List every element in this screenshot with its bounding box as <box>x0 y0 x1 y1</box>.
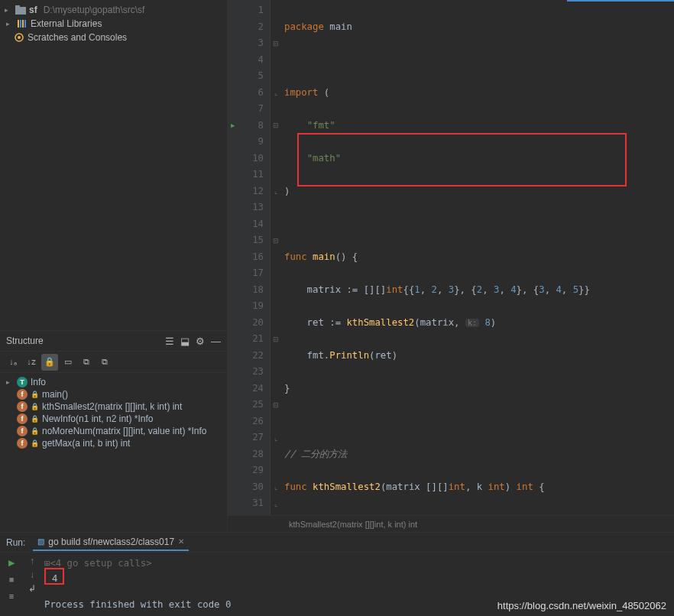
fold-column[interactable]: ⊟⌞ ⊟⌞ ⊟⊟ ⊟⌞ ⌞⌞ <box>271 0 281 515</box>
output-calls: <4 go setup calls> <box>50 558 151 569</box>
tree-root-name: sf <box>29 5 37 15</box>
split-icon[interactable]: ⬓ <box>180 336 190 347</box>
wrap-icon[interactable]: ↲ <box>28 583 36 594</box>
func-badge: f <box>17 438 28 449</box>
lock-icon: 🔒 <box>31 427 39 435</box>
func-badge: f <box>17 426 28 436</box>
func-badge: f <box>17 389 28 400</box>
tree-row-externals[interactable]: ▸ External Libraries <box>0 17 227 31</box>
go-icon: ▧ <box>37 537 44 546</box>
structure-item[interactable]: f 🔒 main() <box>0 388 227 400</box>
lock-icon: 🔒 <box>31 403 39 410</box>
structure-item[interactable]: f 🔒 getMax(a int, b int) int <box>0 437 227 449</box>
watermark: https://blog.csdn.net/weixin_48502062 <box>497 600 666 611</box>
scratches-icon <box>14 32 24 43</box>
run-label: Run: <box>6 537 25 548</box>
structure-item-label: NewInfo(n1 int, n2 int) *Info <box>42 413 153 424</box>
code-lines[interactable]: package main import ( "fmt" "math" ) fun… <box>281 0 674 515</box>
stop-icon[interactable]: ■ <box>4 572 19 586</box>
lock-icon: 🔒 <box>31 439 39 447</box>
run-tab[interactable]: ▧ go build sf/newclass2/class017 ✕ <box>33 534 189 551</box>
layout-icon[interactable]: ≡ <box>4 589 19 603</box>
run-gutter-icon[interactable]: ▶ <box>231 118 235 135</box>
lock-icon: 🔒 <box>31 415 39 423</box>
run-tab-label: go build sf/newclass2/class017 <box>48 537 174 547</box>
chevron-right-icon: ▸ <box>5 6 12 14</box>
type-badge: T <box>17 377 28 387</box>
svg-rect-2 <box>18 20 19 28</box>
code-editor[interactable]: 1234567 ▶8 9101112131415 16171819202122 … <box>228 0 674 515</box>
svg-rect-3 <box>20 20 21 28</box>
sort-za-icon[interactable]: ↓ᴢ <box>23 354 40 371</box>
up-icon[interactable]: ↑ <box>30 556 34 566</box>
structure-item-label: kthSmallest2(matrix [][]int, k int) int <box>42 401 182 412</box>
structure-item-label: main() <box>42 389 68 400</box>
filter-icon[interactable]: ⧉ <box>96 354 113 371</box>
sort-az-icon[interactable]: ↓ₐ <box>5 354 21 371</box>
overlap-icon[interactable]: ⧉ <box>78 354 95 371</box>
list-icon[interactable]: ☰ <box>165 336 174 347</box>
structure-item[interactable]: ▸ T Info <box>0 376 227 388</box>
line-gutter[interactable]: 1234567 ▶8 9101112131415 16171819202122 … <box>228 0 271 515</box>
svg-rect-1 <box>15 5 20 8</box>
down-icon[interactable]: ↓ <box>30 569 34 580</box>
lock-icon[interactable]: 🔒 <box>41 354 58 371</box>
close-icon[interactable]: ✕ <box>178 537 184 546</box>
tree-row-scratches[interactable]: Scratches and Consoles <box>0 31 227 44</box>
run-icon[interactable]: ▶ <box>4 556 19 569</box>
tree-externals-label: External Libraries <box>31 18 102 29</box>
folder-view-icon[interactable]: ▭ <box>60 354 76 371</box>
structure-item-label: Info <box>31 377 46 387</box>
minimize-icon[interactable]: — <box>211 336 221 347</box>
chevron-right-icon: ▸ <box>6 378 14 386</box>
breadcrumb[interactable]: kthSmallest2(matrix [][]int, k int) int <box>228 515 674 532</box>
structure-toolbar: ↓ₐ ↓ᴢ 🔒 ▭ ⧉ ⧉ <box>0 352 227 373</box>
func-badge: f <box>17 413 28 424</box>
run-nav: ↑ ↓ ↲ <box>23 553 41 616</box>
output-result: 4 <box>44 571 671 586</box>
lock-icon: 🔒 <box>31 391 39 398</box>
structure-item[interactable]: f 🔒 kthSmallest2(matrix [][]int, k int) … <box>0 400 227 413</box>
run-toolbar: ▶ ■ ≡ <box>0 553 23 616</box>
structure-item[interactable]: f 🔒 noMoreNum(matrix [][]int, value int)… <box>0 425 227 437</box>
tree-scratches-label: Scratches and Consoles <box>28 32 127 43</box>
tree-root-path: D:\mysetup\gopath\src\sf <box>44 5 145 15</box>
structure-item-label: getMax(a int, b int) int <box>42 438 130 449</box>
tree-row-root[interactable]: ▸ sf D:\mysetup\gopath\src\sf <box>0 3 227 17</box>
project-tree[interactable]: ▸ sf D:\mysetup\gopath\src\sf ▸ External… <box>0 0 227 330</box>
gear-icon[interactable]: ⚙ <box>196 336 205 347</box>
breadcrumb-label: kthSmallest2(matrix [][]int, k int) int <box>289 520 417 529</box>
chevron-right-icon: ▸ <box>6 20 14 28</box>
structure-title: Structure <box>6 336 44 346</box>
library-icon <box>17 18 28 29</box>
func-badge: f <box>17 401 28 412</box>
svg-rect-4 <box>22 20 24 28</box>
structure-item[interactable]: f 🔒 NewInfo(n1 int, n2 int) *Info <box>0 413 227 425</box>
structure-list[interactable]: ▸ T Info f 🔒 main() f 🔒 kthSmallest2(mat… <box>0 373 227 532</box>
structure-header: Structure ☰ ⬓ ⚙ — <box>0 330 227 352</box>
structure-item-label: noMoreNum(matrix [][]int, value int) *In… <box>42 426 206 436</box>
folder-icon <box>15 5 26 15</box>
svg-point-7 <box>18 36 21 39</box>
svg-rect-5 <box>24 20 26 28</box>
